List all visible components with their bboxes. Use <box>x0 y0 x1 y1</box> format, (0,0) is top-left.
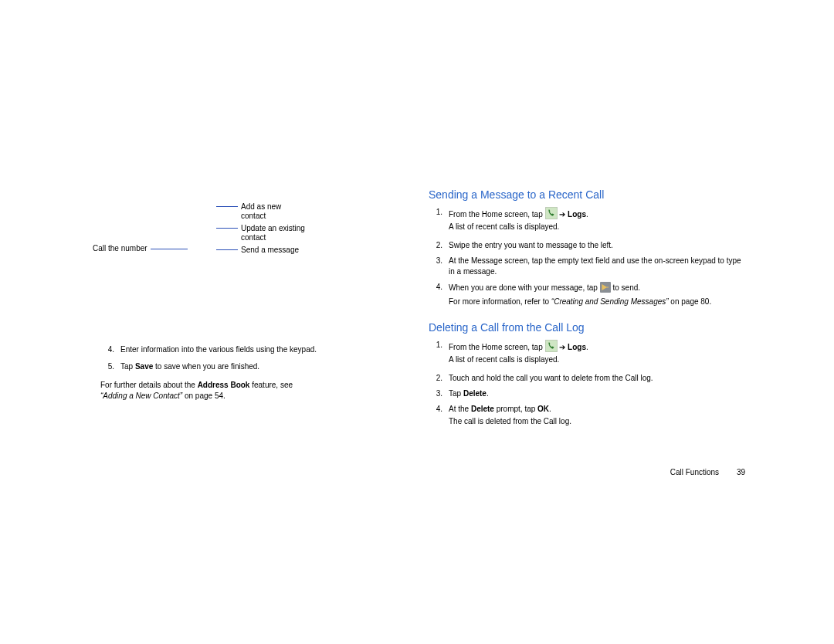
step-4: 4. When you are done with your message, … <box>429 282 745 307</box>
step-number: 2. <box>429 373 449 384</box>
step-number: 4. <box>100 344 120 355</box>
callout-line <box>216 228 238 229</box>
callout-line <box>216 206 238 207</box>
bold-text: Logs <box>568 210 586 219</box>
text: . <box>586 210 588 219</box>
text: Tap <box>449 389 463 398</box>
section-heading: Deleting a Call from the Call Log <box>429 321 745 334</box>
bold-text: Save <box>135 362 153 371</box>
step-3: 3. Tap Delete. <box>429 388 745 399</box>
step-number: 4. <box>429 404 449 430</box>
callout-line <box>216 249 238 250</box>
svg-rect-0 <box>545 207 558 219</box>
step-number: 1. <box>429 340 449 368</box>
step-5: 5. Tap Save to save when you are finishe… <box>100 361 409 372</box>
callout-label: Send a message <box>238 246 299 255</box>
callout-group-right: Add as new contact Update an existing co… <box>216 202 394 258</box>
text: From the Home screen, tap <box>449 343 545 351</box>
step-number: 1. <box>429 207 449 236</box>
text: ➔ <box>559 343 568 351</box>
callout-label: Call the number <box>93 244 151 253</box>
text: prompt, tap <box>494 405 537 413</box>
step-text: Enter information into the various field… <box>120 344 409 355</box>
section-name: Call Functions <box>670 468 719 476</box>
step-3: 3. At the Message screen, tap the empty … <box>429 256 745 277</box>
text: . <box>486 389 489 398</box>
page-footer: Call Functions 39 <box>670 468 745 476</box>
step-text: Swipe the entry you want to message to t… <box>449 240 745 251</box>
text: When you are done with your message, tap <box>449 283 600 292</box>
step-4: 4. At the Delete prompt, tap OK. The cal… <box>429 404 745 430</box>
text: ➔ <box>559 210 568 219</box>
callout-label: Update an existing contact <box>238 224 310 242</box>
text: At the <box>449 405 471 413</box>
document-page: Call the number Add as new contact Updat… <box>0 0 834 644</box>
bold-text: Delete <box>471 405 494 413</box>
text: From the Home screen, tap <box>449 210 545 219</box>
right-column: Sending a Message to a Recent Call 1. Fr… <box>429 188 745 435</box>
sending-message-steps: 1. From the Home screen, tap ➔ Logs. A l… <box>429 207 745 307</box>
step-2: 2. Swipe the entry you want to message t… <box>429 240 745 251</box>
step-text: Tap Save to save when you are finished. <box>120 361 409 372</box>
step-number: 2. <box>429 240 449 251</box>
step-1: 1. From the Home screen, tap ➔ Logs. A l… <box>429 340 745 368</box>
step-text: Tap Delete. <box>449 388 745 399</box>
bold-text: OK <box>537 405 549 413</box>
text: to send. <box>612 283 640 292</box>
bold-text: Logs <box>568 343 586 351</box>
callout-call-number: Call the number <box>93 244 188 253</box>
step-text: Touch and hold the call you want to dele… <box>449 373 745 384</box>
send-icon <box>600 282 611 293</box>
callout-line <box>151 249 188 249</box>
left-steps: 4. Enter information into the various fi… <box>100 344 409 402</box>
step-text: From the Home screen, tap ➔ Logs. A list… <box>449 340 745 368</box>
step-2: 2. Touch and hold the call you want to d… <box>429 373 745 384</box>
italic-ref: “Adding a New Contact” <box>100 391 182 400</box>
svg-rect-2 <box>545 340 558 352</box>
text: For further details about the <box>100 381 198 389</box>
bold-text: Delete <box>463 389 486 398</box>
reference-note: For more information, refer to “Creating… <box>449 297 745 307</box>
step-number: 4. <box>429 282 449 307</box>
step-text: At the Message screen, tap the empty tex… <box>449 256 745 277</box>
text: on page 54. <box>182 391 225 400</box>
text: to save when you are finished. <box>153 362 259 371</box>
step-text: At the Delete prompt, tap OK. The call i… <box>449 404 745 430</box>
deleting-call-steps: 1. From the Home screen, tap ➔ Logs. A l… <box>429 340 745 430</box>
callout-update-existing: Update an existing contact <box>216 224 394 242</box>
text: . <box>586 343 588 351</box>
text: For more information, refer to <box>449 297 551 306</box>
sub-text: A list of recent calls is displayed. <box>449 354 745 365</box>
page-number: 39 <box>737 468 745 476</box>
phone-icon <box>545 340 558 352</box>
text: Tap <box>120 362 135 371</box>
callout-send-message: Send a message <box>216 246 394 255</box>
text: on page 80. <box>669 297 712 306</box>
step-4: 4. Enter information into the various fi… <box>100 344 409 355</box>
step-number: 5. <box>100 361 120 372</box>
sub-text: A list of recent calls is displayed. <box>449 222 745 232</box>
further-details: For further details about the Address Bo… <box>100 380 409 402</box>
italic-ref: “Creating and Sending Messages” <box>551 297 669 306</box>
bold-text: Address Book <box>198 381 250 389</box>
step-number: 3. <box>429 388 449 399</box>
callout-label: Add as new contact <box>238 202 295 221</box>
sub-text: The call is deleted from the Call log. <box>449 416 745 427</box>
step-text: From the Home screen, tap ➔ Logs. A list… <box>449 207 745 236</box>
text: . <box>549 405 551 413</box>
phone-icon <box>545 207 558 219</box>
text: feature, see <box>249 381 293 389</box>
step-text: When you are done with your message, tap… <box>449 282 745 307</box>
step-1: 1. From the Home screen, tap ➔ Logs. A l… <box>429 207 745 236</box>
callout-add-new: Add as new contact <box>216 202 394 221</box>
section-heading: Sending a Message to a Recent Call <box>429 188 745 201</box>
step-number: 3. <box>429 256 449 277</box>
